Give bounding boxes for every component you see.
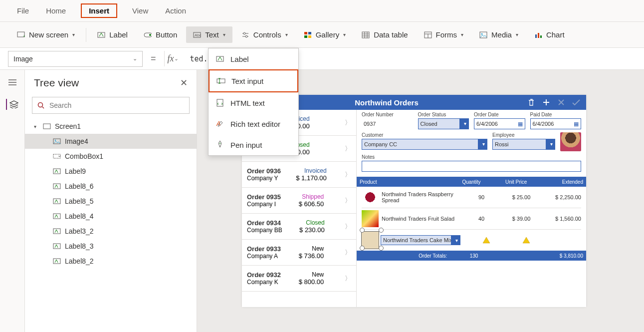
cancel-icon[interactable] [556, 97, 566, 107]
tab-view[interactable]: View [130, 2, 150, 19]
paid-date-input[interactable]: 6/4/2006▦ [530, 118, 582, 129]
tab-home[interactable]: Home [44, 2, 68, 19]
tree-node-label: Label8_2 [65, 257, 94, 265]
order-name: Order 0935 [247, 193, 281, 201]
button-icon [144, 31, 152, 39]
chart-icon [534, 31, 542, 39]
order-list-item[interactable]: Order 0932 Company K New $ 800.00 〉 [242, 266, 356, 292]
text-button[interactable]: Abc Text ▾ [186, 26, 232, 43]
forms-icon [424, 31, 432, 39]
svg-point-8 [245, 35, 247, 37]
data-table-button[interactable]: Data table [355, 26, 415, 43]
order-company: Company I [247, 201, 281, 208]
plus-icon[interactable] [541, 97, 551, 107]
close-icon[interactable]: ✕ [180, 77, 188, 88]
forms-button[interactable]: Forms ▾ [417, 26, 471, 43]
menu-item-rich-text[interactable]: A Rich text editor [209, 113, 298, 134]
new-product-row[interactable]: Northwind Traders Cake Mix▾ [362, 230, 581, 251]
control-icon [53, 153, 61, 160]
tree-node[interactable]: Image4 [25, 134, 197, 149]
chevron-down-icon: ▾ [464, 121, 466, 126]
tree-node[interactable]: Label8_4 [25, 209, 197, 224]
fx-icon[interactable]: fx ⌄ [164, 51, 181, 66]
tab-insert[interactable]: Insert [81, 3, 117, 18]
calendar-icon: ▦ [518, 121, 523, 127]
tree-node[interactable]: Label8_3 [25, 239, 197, 254]
control-icon [53, 213, 61, 220]
tree-node[interactable]: ComboBox1 [25, 149, 197, 164]
product-price: $ 39.00 [501, 216, 541, 222]
menu-item-label[interactable]: Label [209, 48, 298, 69]
new-product-select[interactable]: Northwind Traders Cake Mix▾ [381, 235, 460, 245]
tree-node-label: Label8_3 [65, 242, 94, 250]
menu-item-html-text[interactable]: HTML text [209, 92, 298, 113]
order-list-item[interactable]: Order 0934 Company BB Closed $ 230.00 〉 [242, 214, 356, 240]
tree-node-label: Label3_2 [65, 227, 94, 235]
product-name: Northwind Traders Fruit Salad [382, 216, 461, 222]
tree-node[interactable]: Label8_2 [25, 254, 197, 269]
order-status: Invoiced [304, 167, 327, 174]
control-icon [53, 138, 61, 145]
customer-select[interactable]: Company CC▾ [362, 139, 487, 150]
hamburger-icon[interactable] [6, 77, 19, 88]
order-list-item[interactable]: Order 0933 Company A New $ 736.00 〉 [242, 240, 356, 266]
tab-action[interactable]: Action [163, 2, 188, 19]
product-row[interactable]: Northwind Traders Raspberry Spread 90 $ … [362, 187, 581, 208]
order-totals: Order Totals: 130 $ 3,810.00 [357, 251, 586, 261]
media-button[interactable]: Media ▾ [472, 26, 525, 43]
layers-icon[interactable] [6, 99, 19, 110]
tree-node[interactable]: Label3_2 [25, 224, 197, 239]
order-status-label: Order Status [418, 112, 469, 117]
tree-node-screen[interactable]: ▾ Screen1 [25, 119, 197, 134]
menu-item-text: Text input [231, 77, 263, 85]
forms-label: Forms [436, 30, 457, 39]
notes-input[interactable] [362, 161, 581, 172]
new-screen-button[interactable]: + New screen ▾ [10, 26, 82, 43]
tree-node[interactable]: Label8_6 [25, 179, 197, 194]
order-status: New [312, 271, 324, 278]
chart-label: Chart [546, 30, 565, 39]
chevron-down-icon: ▾ [461, 32, 463, 37]
controls-label: Controls [253, 30, 281, 39]
order-status-select[interactable]: Closed▾ [418, 118, 469, 129]
order-list-item[interactable]: Order 0936 Company Y Invoiced $ 1,170.00… [242, 162, 356, 188]
button-button[interactable]: Button [137, 26, 184, 43]
menu-item-text-input[interactable]: Text input [209, 69, 298, 92]
tree-search[interactable] [32, 97, 190, 114]
controls-button[interactable]: Controls ▾ [234, 26, 295, 43]
product-price: $ 25.00 [501, 194, 541, 200]
product-thumbnail [362, 210, 379, 227]
chevron-down-icon: ▾ [343, 32, 346, 37]
check-icon[interactable] [571, 97, 581, 107]
tree-node-label: Label8_4 [65, 212, 94, 220]
chart-button[interactable]: Chart [527, 26, 572, 43]
label-button[interactable]: Label [90, 26, 135, 43]
order-amount: $ 1,170.00 [296, 174, 326, 182]
control-icon [53, 243, 61, 250]
order-date-input[interactable]: 6/4/2006▦ [474, 118, 525, 129]
chevron-down-icon: ⌄ [133, 55, 137, 62]
order-list-item[interactable]: Order 0935 Company I Shipped $ 606.50 〉 [242, 188, 356, 214]
product-qty: 40 [461, 216, 501, 222]
svg-rect-12 [308, 35, 311, 38]
tree-node[interactable]: Label8_5 [25, 194, 197, 209]
tree-node[interactable]: Label9 [25, 164, 197, 179]
tree-node-label: Label8_6 [65, 182, 94, 190]
tab-file[interactable]: File [15, 2, 31, 19]
trash-icon[interactable] [526, 97, 536, 107]
collapse-icon[interactable]: ▾ [34, 124, 39, 129]
formula-bar: Image ⌄ = fx ⌄ ted.Picture [0, 48, 644, 70]
chevron-right-icon: 〉 [345, 274, 351, 283]
tree-search-input[interactable] [48, 101, 184, 110]
gallery-icon [304, 31, 312, 39]
product-row[interactable]: Northwind Traders Fruit Salad 40 $ 39.00… [362, 208, 581, 230]
paid-date-label: Paid Date [530, 112, 582, 117]
employee-select[interactable]: Rossi▾ [492, 139, 555, 150]
svg-point-23 [55, 140, 56, 141]
gallery-button[interactable]: Gallery ▾ [297, 26, 353, 43]
property-selector[interactable]: Image ⌄ [8, 51, 143, 67]
screen-icon [43, 123, 51, 130]
menu-item-pen-input[interactable]: Pen input [209, 134, 298, 155]
control-icon [53, 228, 61, 235]
chevron-right-icon: 〉 [345, 196, 351, 205]
